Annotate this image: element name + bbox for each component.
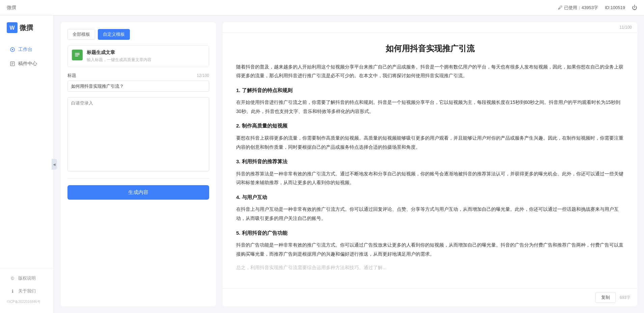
result-intro: 随着抖音的普及，越来越多的人开始利用这个短视频分享平台来推广自己的产品或服务。抖… — [236, 62, 624, 80]
result-para-4: 在抖音上与用户互动是一种非常有效的推广引流方式。你可以通过回复评论、点赞、分享等… — [236, 205, 624, 223]
svg-rect-10 — [75, 56, 78, 56]
sidebar: W 微撰 工作台 — [0, 16, 54, 313]
tab-custom-templates[interactable]: 自定义模板 — [98, 29, 130, 40]
sidebar-item-workbench[interactable]: 工作台 — [3, 43, 51, 56]
info-icon: ℹ — [9, 288, 16, 294]
svg-text:W: W — [9, 25, 15, 31]
result-para-5: 抖音的广告功能是一种非常有效的推广引流方式。你可以通过广告投放来让更多的人看到你… — [236, 240, 624, 258]
result-heading-3: 3. 利用抖音的推荐算法 — [236, 157, 624, 167]
result-heading-4: 4. 与用户互动 — [236, 193, 624, 202]
generate-button[interactable]: 生成内容 — [67, 185, 209, 200]
result-title: 如何用抖音实现推广引流 — [236, 43, 624, 54]
user-id: ID:100519 — [605, 5, 625, 10]
main-layout: W 微撰 工作台 — [0, 16, 644, 313]
topbar-title: 微撰 — [7, 5, 16, 11]
result-content[interactable]: 如何用抖音实现推广引流 随着抖音的普及，越来越多的人开始利用这个短视频分享平台来… — [223, 33, 637, 288]
sidebar-nav: 工作台 稿件中心 — [0, 43, 54, 268]
usage-indicator: 🖊 已使用：43953字 — [558, 5, 598, 11]
tab-all-templates[interactable]: 全部模板 — [67, 29, 95, 40]
power-icon[interactable]: ⏻ — [632, 5, 637, 11]
result-heading-1: 1. 了解抖音的特点和规则 — [236, 86, 624, 95]
sidebar-item-label-workbench: 工作台 — [18, 47, 32, 53]
sidebar-item-label-drafts: 稿件中心 — [18, 61, 37, 67]
content-area: 全部模板 自定义模板 标题生成文章 输入标题，一键生成高质量文章内容 — [54, 16, 644, 313]
copyright-icon: © — [9, 275, 16, 281]
result-heading-5: 5. 利用抖音的广告功能 — [236, 228, 624, 238]
template-card[interactable]: 标题生成文章 输入标题，一键生成高质量文章内容 — [67, 45, 209, 67]
word-count: 693字 — [620, 295, 631, 301]
template-card-info: 标题生成文章 输入标题，一键生成高质量文章内容 — [87, 50, 151, 63]
result-para-6: 总之，利用抖音实现推广引流需要综合运用多种方法和技巧。通过了解... — [236, 263, 624, 272]
sidebar-item-label-about: 关于我们 — [18, 288, 36, 294]
sidebar-item-about[interactable]: ℹ 关于我们 — [3, 285, 51, 297]
logo-text: 微撰 — [20, 23, 33, 32]
sidebar-collapse-arrow[interactable]: ◀ — [52, 159, 57, 170]
template-tabs: 全部模板 自定义模板 — [67, 29, 209, 40]
title-field: 标题 12/100 — [67, 73, 209, 92]
topbar-right: 🖊 已使用：43953字 ID:100519 ⏻ — [558, 5, 637, 11]
sidebar-item-drafts[interactable]: 稿件中心 — [3, 57, 51, 70]
copy-button[interactable]: 复制 — [595, 292, 616, 303]
logo-icon: W — [7, 22, 18, 33]
svg-rect-8 — [75, 53, 80, 54]
result-footer: 复制 693字 — [223, 288, 637, 306]
form-divider — [67, 178, 209, 178]
result-para-3: 抖音的推荐算法是一种非常有效的推广引流方式。通过不断地发布和分享自己的短视频，你… — [236, 169, 624, 187]
form-panel: 全部模板 自定义模板 标题生成文章 输入标题，一键生成高质量文章内容 — [61, 22, 216, 306]
sidebar-item-label-copyright: 版权说明 — [18, 275, 36, 281]
result-panel: 11/100 如何用抖音实现推广引流 随着抖音的普及，越来越多的人开始利用这个短… — [223, 22, 637, 306]
logo: W 微撰 — [0, 22, 54, 43]
result-header: 11/100 — [223, 22, 637, 33]
template-card-title: 标题生成文章 — [87, 50, 151, 56]
content-textarea[interactable] — [67, 97, 209, 171]
title-label: 标题 — [67, 73, 76, 79]
page-count: 11/100 — [619, 25, 632, 30]
template-card-icon — [72, 50, 83, 60]
title-counter: 12/100 — [197, 73, 209, 78]
result-para-1: 在开始使用抖音进行推广引流之前，你需要了解抖音的特点和规则。抖音是一个短视频分享… — [236, 98, 624, 116]
topbar: 微撰 🖊 已使用：43953字 ID:100519 ⏻ — [0, 0, 644, 16]
sidebar-item-copyright[interactable]: © 版权说明 — [3, 272, 51, 285]
svg-rect-9 — [75, 54, 80, 55]
title-input[interactable] — [67, 81, 209, 92]
word-icon: 🖊 — [558, 5, 562, 10]
sidebar-bottom: © 版权说明 ℹ 关于我们 ©ICP备2022016846号 — [0, 268, 54, 310]
result-body: 随着抖音的普及，越来越多的人开始利用这个短视频分享平台来推广自己的产品或服务。抖… — [236, 62, 624, 272]
workbench-icon — [9, 47, 16, 53]
usage-text: 已使用：43953字 — [564, 5, 598, 11]
drafts-icon — [9, 61, 16, 67]
icp-text: ©ICP备2022016846号 — [0, 297, 54, 306]
result-para-2: 要想在抖音上获得更多的流量，你需要制作高质量的短视频。高质量的短视频能够吸引更多… — [236, 134, 624, 151]
content-field — [67, 97, 209, 171]
template-card-desc: 输入标题，一键生成高质量文章内容 — [87, 57, 151, 63]
result-heading-2: 2. 制作高质量的短视频 — [236, 121, 624, 131]
svg-point-3 — [12, 49, 13, 50]
